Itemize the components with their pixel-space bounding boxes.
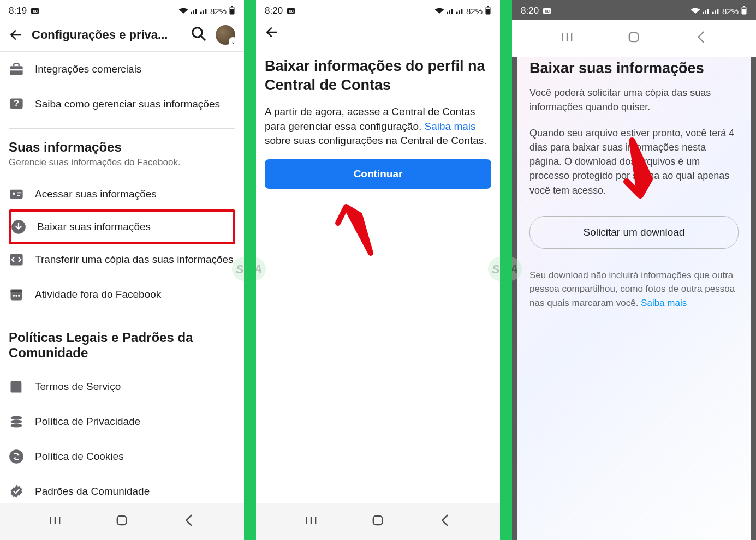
item-label: Saiba como gerenciar suas informações [35,98,220,110]
svg-rect-2 [230,9,234,14]
nav-back[interactable] [693,29,709,45]
nav-back[interactable] [181,513,197,528]
divider [9,128,235,129]
item-privacy[interactable]: Política de Privacidade [9,404,235,439]
transfer-icon [9,252,24,267]
wifi-icon [434,7,444,16]
profile-avatar[interactable]: ⌄ [216,25,235,45]
item-manage-info[interactable]: ? Saiba como gerenciar suas informações [9,87,235,122]
section-title: Suas informações [9,140,235,155]
svg-rect-31 [486,9,490,14]
item-terms[interactable]: Termos de Serviço [9,369,235,404]
item-transfer-info[interactable]: Transferir uma cópia das suas informaçõe… [9,242,235,277]
svg-point-20 [11,420,22,424]
svg-point-22 [9,449,23,464]
section-title: Políticas Legais e Padrões da Comunidade [9,330,235,361]
nav-back[interactable] [437,513,453,528]
nav-home[interactable] [626,29,641,45]
content: Baixar informações do perfil na Central … [256,46,500,503]
svg-rect-32 [373,516,382,525]
learn-more-link[interactable]: Saiba mais [425,121,476,132]
battery-text: 82% [722,7,739,16]
signal-icon [703,7,710,16]
signal-icon-2 [200,7,208,16]
item-label: Baixar suas informações [37,221,151,233]
nav-bar [256,503,500,540]
svg-rect-38 [743,6,745,7]
svg-rect-1 [231,6,233,7]
book-icon [9,379,24,394]
svg-rect-30 [487,6,489,7]
item-label: Integrações comerciais [35,63,141,75]
calendar-icon [9,287,24,302]
page-title: Baixar informações do perfil na Central … [265,57,491,95]
item-label: Termos de Serviço [35,381,121,393]
learn-more-link[interactable]: Saiba mais [641,298,687,308]
status-bar: 8:20 cc 82% [256,0,500,20]
search-button[interactable] [191,26,207,44]
modal-text-1: Você poderá solicitar uma cópia das suas… [529,86,739,114]
cycle-icon [9,449,24,464]
battery-text: 82% [466,7,483,16]
svg-rect-8 [10,190,22,199]
nav-home[interactable] [370,513,385,528]
svg-rect-39 [742,9,746,14]
item-label: Política de Privacidade [35,416,140,428]
download-circle-icon [11,219,26,235]
battery-text: 82% [210,7,227,16]
battery-icon [485,6,491,16]
status-time: 8:19 [9,5,27,16]
request-download-button[interactable]: Solicitar um download [529,216,739,249]
status-time: 8:20 [521,5,539,16]
id-card-icon [9,187,24,202]
screen-1-settings: 8:19 cc 82% Configurações e priva... [0,0,244,540]
fine-print: Seu download não incluirá informações qu… [529,268,739,310]
cc-icon: cc [31,8,39,14]
svg-point-18 [18,295,20,297]
nav-recents[interactable] [303,513,319,528]
badge-icon [9,484,24,499]
chevron-down-icon: ⌄ [229,37,237,46]
content-scroll[interactable]: Integrações comerciais ? Saiba como gere… [0,52,244,503]
svg-rect-11 [17,195,20,196]
svg-point-9 [13,193,15,195]
nav-recents[interactable] [559,29,575,45]
svg-rect-5 [10,69,22,70]
question-icon: ? [9,97,24,112]
item-download-info[interactable]: Baixar suas informações [9,209,235,244]
section-subtitle: Gerencie suas informações do Facebook. [9,157,235,168]
svg-rect-15 [11,290,22,292]
item-integrations[interactable]: Integrações comerciais [9,52,235,87]
screen-2-continue: 8:20 cc 82% Baixar informações do perfil… [256,0,500,540]
briefcase-icon [9,62,24,77]
modal-sheet: Concluir Baixar suas informações Você po… [517,21,751,540]
item-access-info[interactable]: Acessar suas informações [9,177,235,212]
item-offsite-activity[interactable]: Atividade fora do Facebook [9,277,235,312]
nav-home[interactable] [114,513,129,528]
item-label: Acessar suas informações [35,188,157,200]
svg-point-16 [13,295,15,297]
svg-rect-26 [117,516,126,525]
nav-recents[interactable] [47,513,63,528]
back-button[interactable] [265,25,279,39]
signal-icon-2 [712,7,720,16]
item-label: Padrões da Comunidade [35,485,150,497]
battery-icon [229,6,235,16]
modal-text-2: Quando seu arquivo estiver pronto, você … [529,126,739,197]
cc-icon: cc [543,8,551,14]
stack-icon [9,414,24,429]
continue-button[interactable]: Continuar [265,159,491,189]
page-title: Configurações e priva... [32,28,182,42]
signal-icon [191,7,198,16]
item-label: Transferir uma cópia das suas informaçõe… [35,254,234,266]
svg-point-17 [15,295,17,297]
annotation-arrow [332,199,382,264]
status-time: 8:20 [265,5,283,16]
item-community[interactable]: Padrões da Comunidade [9,474,235,503]
back-button[interactable] [9,28,23,42]
status-bar: 8:20 cc 82% [512,0,756,20]
signal-icon [447,7,454,16]
item-cookies[interactable]: Política de Cookies [9,439,235,474]
nav-bar [0,503,244,540]
svg-point-21 [11,424,22,428]
